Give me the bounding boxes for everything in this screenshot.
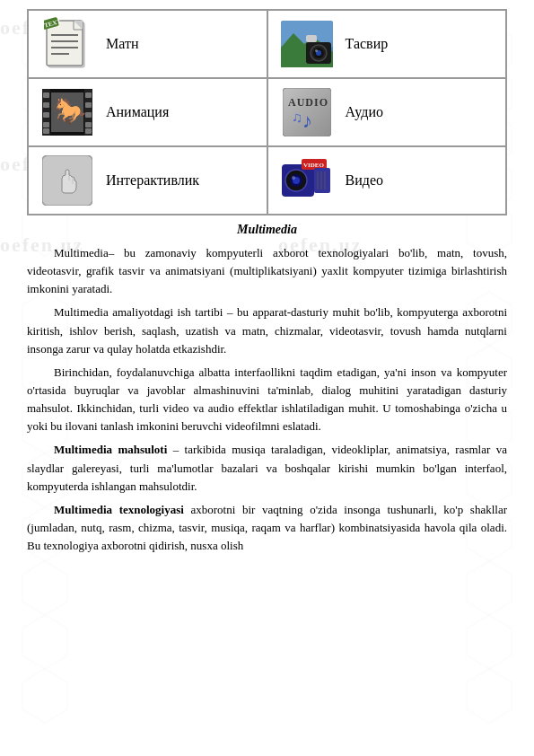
math-label: Матн (106, 36, 138, 52)
section-title: Multimedia (27, 223, 507, 237)
svg-text:♫: ♫ (292, 110, 302, 125)
audio-label: Аудио (346, 104, 383, 120)
svg-text:♪: ♪ (302, 110, 312, 132)
svg-rect-53 (43, 128, 49, 134)
paragraph-3: Birinchidan, foydalanuvchiga albatta int… (27, 364, 507, 436)
bold-multimedia-mahsuloti: Multimedia mahsuloti (54, 443, 167, 456)
audio-icon-image: AUDIO ♪ ♫ (281, 86, 333, 138)
bold-multimedia-texnologiyasi: Multimedia texnologiyasi (54, 503, 184, 516)
svg-rect-56 (85, 112, 92, 118)
svg-text:AUDIO: AUDIO (288, 96, 328, 109)
svg-rect-41 (306, 35, 317, 42)
svg-marker-16 (22, 615, 67, 669)
paragraph-1: Multimedia– bu zamonaviy kompyuterli axb… (27, 244, 507, 298)
animation-label: Анимация (106, 104, 169, 120)
svg-rect-54 (85, 92, 92, 98)
camera-icon-image (281, 18, 333, 70)
svg-rect-51 (43, 112, 49, 118)
paragraph-2: Multimedia amaliyotdagi ish tartibi – bu… (27, 303, 507, 357)
cell-image: Тасвир (267, 10, 507, 78)
cell-video: VIDEO Видео (267, 146, 507, 215)
svg-rect-78 (314, 168, 330, 193)
touch-icon-image (41, 154, 93, 207)
svg-point-45 (315, 49, 318, 52)
main-content: TEXT Матн (0, 0, 534, 578)
svg-text:🐎: 🐎 (55, 96, 86, 126)
cell-math: TEXT Матн (28, 10, 267, 78)
icon-grid: TEXT Матн (27, 9, 507, 215)
image-label: Тасвир (346, 36, 389, 52)
film-icon-image: 🐎 (41, 86, 93, 138)
svg-rect-49 (43, 92, 49, 98)
interactive-label: Интерактивлик (106, 172, 199, 189)
svg-rect-57 (85, 122, 92, 127)
svg-rect-50 (43, 102, 49, 108)
svg-rect-55 (85, 102, 92, 108)
paragraph-4: Multimedia mahsuloti – tarkibida musiqa … (27, 441, 507, 495)
cell-interactive: Интерактивлик (28, 146, 267, 215)
svg-text:VIDEO: VIDEO (303, 162, 325, 169)
svg-marker-17 (22, 669, 67, 723)
svg-marker-24 (467, 615, 512, 669)
cell-animation: 🐎 Анимация (28, 78, 267, 146)
svg-marker-25 (467, 669, 512, 723)
svg-point-75 (292, 176, 295, 180)
text-content: Multimedia– bu zamonaviy kompyuterli axb… (27, 244, 507, 555)
math-icon-image: TEXT (41, 18, 93, 70)
cell-audio: AUDIO ♪ ♫ Аудио (267, 78, 507, 146)
paragraph-5: Multimedia texnologiyasi axborotni bir v… (27, 501, 507, 555)
video-icon-image: VIDEO (281, 154, 333, 207)
svg-rect-52 (43, 122, 49, 127)
video-label: Видео (346, 172, 383, 189)
svg-rect-58 (85, 128, 92, 134)
